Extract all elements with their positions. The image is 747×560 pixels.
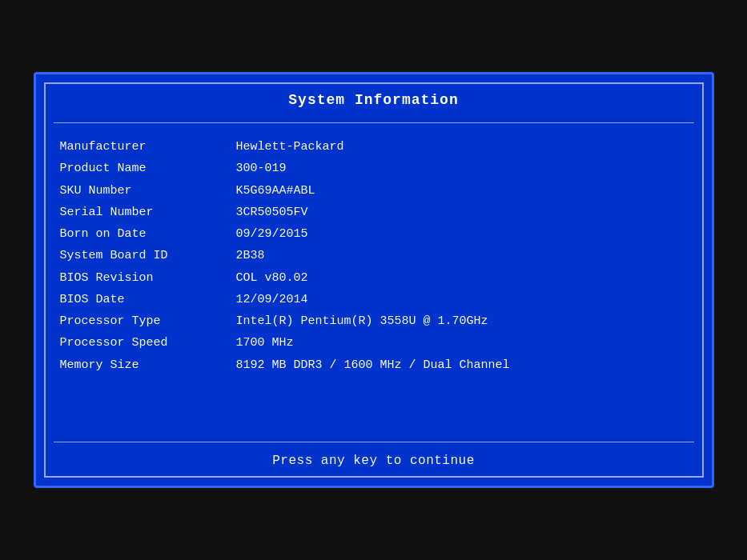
row-label: BIOS Revision — [60, 269, 236, 287]
row-value: 2B38 — [236, 246, 265, 265]
screen-title: System Information — [36, 74, 712, 122]
table-row: Serial Number3CR50505FV — [60, 203, 688, 222]
row-label: BIOS Date — [60, 290, 236, 309]
table-row: ManufacturerHewlett-Packard — [60, 138, 688, 156]
row-label: System Board ID — [60, 246, 236, 265]
row-value: 300-019 — [236, 159, 287, 178]
table-row: SKU NumberK5G69AA#ABL — [60, 182, 688, 200]
row-value: 8192 MB DDR3 / 1600 MHz / Dual Channel — [236, 356, 510, 374]
row-value: 1700 MHz — [236, 334, 294, 352]
row-label: Product Name — [60, 159, 236, 178]
bios-screen: System Information ManufacturerHewlett-P… — [34, 72, 714, 488]
table-row: Processor TypeIntel(R) Pentium(R) 3558U … — [60, 312, 688, 330]
row-label: Manufacturer — [60, 138, 236, 156]
row-label: Processor Type — [60, 312, 236, 330]
row-value: 09/29/2015 — [236, 225, 308, 243]
table-row: System Board ID2B38 — [60, 246, 688, 265]
info-table: ManufacturerHewlett-PackardProduct Name3… — [36, 123, 712, 435]
row-value: Hewlett-Packard — [236, 138, 344, 156]
table-row: BIOS RevisionCOL v80.02 — [60, 269, 688, 287]
row-value: K5G69AA#ABL — [236, 182, 315, 200]
row-label: SKU Number — [60, 182, 236, 200]
row-label: Born on Date — [60, 225, 236, 243]
table-row: Memory Size8192 MB DDR3 / 1600 MHz / Dua… — [60, 356, 688, 374]
row-value: Intel(R) Pentium(R) 3558U @ 1.70GHz — [236, 312, 488, 330]
table-row: Born on Date09/29/2015 — [60, 225, 688, 243]
table-row: Product Name300-019 — [60, 159, 688, 178]
row-value: 3CR50505FV — [236, 203, 308, 222]
row-value: COL v80.02 — [236, 269, 308, 287]
table-row: Processor Speed1700 MHz — [60, 334, 688, 352]
row-value: 12/09/2014 — [236, 290, 308, 309]
table-row: BIOS Date12/09/2014 — [60, 290, 688, 309]
footer-text: Press any key to continue — [36, 442, 712, 486]
row-label: Processor Speed — [60, 334, 236, 352]
row-label: Memory Size — [60, 356, 236, 374]
row-label: Serial Number — [60, 203, 236, 222]
